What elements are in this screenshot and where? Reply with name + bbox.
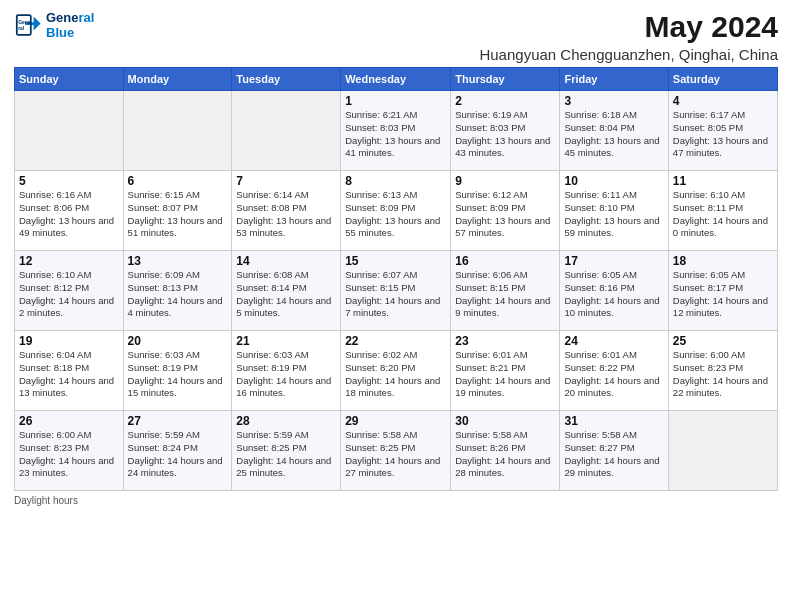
calendar-header-tuesday: Tuesday xyxy=(232,68,341,91)
calendar-cell: 4Sunrise: 6:17 AMSunset: 8:05 PMDaylight… xyxy=(668,91,777,171)
footer-note: Daylight hours xyxy=(14,495,778,506)
day-info: Sunrise: 6:05 AMSunset: 8:17 PMDaylight:… xyxy=(673,269,773,320)
day-info: Sunrise: 6:16 AMSunset: 8:06 PMDaylight:… xyxy=(19,189,119,240)
day-number: 8 xyxy=(345,174,446,188)
calendar-header-friday: Friday xyxy=(560,68,668,91)
day-number: 9 xyxy=(455,174,555,188)
day-info: Sunrise: 6:21 AMSunset: 8:03 PMDaylight:… xyxy=(345,109,446,160)
calendar-cell xyxy=(668,411,777,491)
calendar-cell: 12Sunrise: 6:10 AMSunset: 8:12 PMDayligh… xyxy=(15,251,124,331)
calendar-cell: 7Sunrise: 6:14 AMSunset: 8:08 PMDaylight… xyxy=(232,171,341,251)
day-number: 5 xyxy=(19,174,119,188)
day-number: 17 xyxy=(564,254,663,268)
day-number: 2 xyxy=(455,94,555,108)
day-number: 1 xyxy=(345,94,446,108)
day-number: 29 xyxy=(345,414,446,428)
page: Gene ral General Blue May 2024 Huangyuan… xyxy=(0,0,792,516)
calendar-header-row: SundayMondayTuesdayWednesdayThursdayFrid… xyxy=(15,68,778,91)
calendar-cell: 30Sunrise: 5:58 AMSunset: 8:26 PMDayligh… xyxy=(451,411,560,491)
day-number: 3 xyxy=(564,94,663,108)
calendar-cell: 21Sunrise: 6:03 AMSunset: 8:19 PMDayligh… xyxy=(232,331,341,411)
calendar-header-thursday: Thursday xyxy=(451,68,560,91)
calendar-cell: 2Sunrise: 6:19 AMSunset: 8:03 PMDaylight… xyxy=(451,91,560,171)
calendar-cell: 23Sunrise: 6:01 AMSunset: 8:21 PMDayligh… xyxy=(451,331,560,411)
calendar-header-monday: Monday xyxy=(123,68,232,91)
day-info: Sunrise: 6:12 AMSunset: 8:09 PMDaylight:… xyxy=(455,189,555,240)
day-info: Sunrise: 6:00 AMSunset: 8:23 PMDaylight:… xyxy=(673,349,773,400)
calendar-cell: 16Sunrise: 6:06 AMSunset: 8:15 PMDayligh… xyxy=(451,251,560,331)
calendar-header-sunday: Sunday xyxy=(15,68,124,91)
day-number: 25 xyxy=(673,334,773,348)
calendar-week-3: 12Sunrise: 6:10 AMSunset: 8:12 PMDayligh… xyxy=(15,251,778,331)
day-number: 20 xyxy=(128,334,228,348)
day-number: 4 xyxy=(673,94,773,108)
day-number: 21 xyxy=(236,334,336,348)
calendar-cell: 15Sunrise: 6:07 AMSunset: 8:15 PMDayligh… xyxy=(341,251,451,331)
day-info: Sunrise: 6:13 AMSunset: 8:09 PMDaylight:… xyxy=(345,189,446,240)
calendar-cell: 29Sunrise: 5:58 AMSunset: 8:25 PMDayligh… xyxy=(341,411,451,491)
header: Gene ral General Blue May 2024 Huangyuan… xyxy=(14,10,778,63)
day-number: 24 xyxy=(564,334,663,348)
calendar-header-wednesday: Wednesday xyxy=(341,68,451,91)
day-info: Sunrise: 5:58 AMSunset: 8:27 PMDaylight:… xyxy=(564,429,663,480)
calendar-week-4: 19Sunrise: 6:04 AMSunset: 8:18 PMDayligh… xyxy=(15,331,778,411)
svg-text:Gene: Gene xyxy=(18,20,31,25)
day-info: Sunrise: 5:59 AMSunset: 8:25 PMDaylight:… xyxy=(236,429,336,480)
day-number: 23 xyxy=(455,334,555,348)
calendar-cell xyxy=(15,91,124,171)
day-number: 10 xyxy=(564,174,663,188)
day-number: 31 xyxy=(564,414,663,428)
day-number: 18 xyxy=(673,254,773,268)
day-number: 6 xyxy=(128,174,228,188)
calendar-cell xyxy=(123,91,232,171)
calendar-cell: 25Sunrise: 6:00 AMSunset: 8:23 PMDayligh… xyxy=(668,331,777,411)
calendar-cell: 6Sunrise: 6:15 AMSunset: 8:07 PMDaylight… xyxy=(123,171,232,251)
calendar-cell: 17Sunrise: 6:05 AMSunset: 8:16 PMDayligh… xyxy=(560,251,668,331)
day-info: Sunrise: 6:05 AMSunset: 8:16 PMDaylight:… xyxy=(564,269,663,320)
day-number: 15 xyxy=(345,254,446,268)
calendar-cell: 3Sunrise: 6:18 AMSunset: 8:04 PMDaylight… xyxy=(560,91,668,171)
calendar-cell: 27Sunrise: 5:59 AMSunset: 8:24 PMDayligh… xyxy=(123,411,232,491)
day-info: Sunrise: 6:11 AMSunset: 8:10 PMDaylight:… xyxy=(564,189,663,240)
day-info: Sunrise: 5:59 AMSunset: 8:24 PMDaylight:… xyxy=(128,429,228,480)
title-block: May 2024 Huangyuan Chengguanzhen, Qingha… xyxy=(479,10,778,63)
logo-text: General Blue xyxy=(46,10,94,40)
calendar-cell: 13Sunrise: 6:09 AMSunset: 8:13 PMDayligh… xyxy=(123,251,232,331)
calendar-cell: 5Sunrise: 6:16 AMSunset: 8:06 PMDaylight… xyxy=(15,171,124,251)
logo: Gene ral General Blue xyxy=(14,10,94,40)
day-info: Sunrise: 6:04 AMSunset: 8:18 PMDaylight:… xyxy=(19,349,119,400)
day-info: Sunrise: 6:08 AMSunset: 8:14 PMDaylight:… xyxy=(236,269,336,320)
day-number: 11 xyxy=(673,174,773,188)
day-info: Sunrise: 6:07 AMSunset: 8:15 PMDaylight:… xyxy=(345,269,446,320)
day-number: 7 xyxy=(236,174,336,188)
calendar-cell: 1Sunrise: 6:21 AMSunset: 8:03 PMDaylight… xyxy=(341,91,451,171)
calendar-cell: 22Sunrise: 6:02 AMSunset: 8:20 PMDayligh… xyxy=(341,331,451,411)
day-info: Sunrise: 6:00 AMSunset: 8:23 PMDaylight:… xyxy=(19,429,119,480)
day-number: 13 xyxy=(128,254,228,268)
subtitle: Huangyuan Chengguanzhen, Qinghai, China xyxy=(479,46,778,63)
day-info: Sunrise: 6:10 AMSunset: 8:11 PMDaylight:… xyxy=(673,189,773,240)
day-number: 12 xyxy=(19,254,119,268)
calendar-cell: 31Sunrise: 5:58 AMSunset: 8:27 PMDayligh… xyxy=(560,411,668,491)
calendar-cell: 19Sunrise: 6:04 AMSunset: 8:18 PMDayligh… xyxy=(15,331,124,411)
day-number: 27 xyxy=(128,414,228,428)
calendar-cell: 18Sunrise: 6:05 AMSunset: 8:17 PMDayligh… xyxy=(668,251,777,331)
calendar-header-saturday: Saturday xyxy=(668,68,777,91)
day-info: Sunrise: 6:19 AMSunset: 8:03 PMDaylight:… xyxy=(455,109,555,160)
day-number: 22 xyxy=(345,334,446,348)
day-info: Sunrise: 6:18 AMSunset: 8:04 PMDaylight:… xyxy=(564,109,663,160)
day-number: 30 xyxy=(455,414,555,428)
day-info: Sunrise: 5:58 AMSunset: 8:26 PMDaylight:… xyxy=(455,429,555,480)
calendar-cell: 9Sunrise: 6:12 AMSunset: 8:09 PMDaylight… xyxy=(451,171,560,251)
day-info: Sunrise: 6:09 AMSunset: 8:13 PMDaylight:… xyxy=(128,269,228,320)
day-info: Sunrise: 6:01 AMSunset: 8:22 PMDaylight:… xyxy=(564,349,663,400)
calendar-cell: 24Sunrise: 6:01 AMSunset: 8:22 PMDayligh… xyxy=(560,331,668,411)
calendar-cell: 10Sunrise: 6:11 AMSunset: 8:10 PMDayligh… xyxy=(560,171,668,251)
svg-text:ral: ral xyxy=(18,26,25,31)
day-info: Sunrise: 6:10 AMSunset: 8:12 PMDaylight:… xyxy=(19,269,119,320)
calendar-cell: 28Sunrise: 5:59 AMSunset: 8:25 PMDayligh… xyxy=(232,411,341,491)
calendar-cell: 8Sunrise: 6:13 AMSunset: 8:09 PMDaylight… xyxy=(341,171,451,251)
calendar-cell: 20Sunrise: 6:03 AMSunset: 8:19 PMDayligh… xyxy=(123,331,232,411)
day-info: Sunrise: 6:01 AMSunset: 8:21 PMDaylight:… xyxy=(455,349,555,400)
day-number: 19 xyxy=(19,334,119,348)
